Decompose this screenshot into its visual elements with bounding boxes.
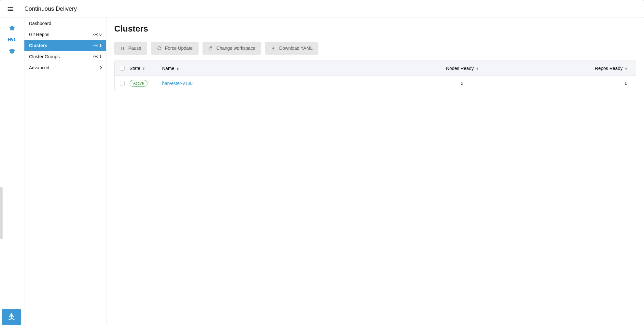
badge-icon [93,55,98,58]
sidebar-item-label: Git Repos [29,32,49,37]
rail-cluster-text: HV1 [8,37,16,42]
toolbar: Pause Force Update Change workspace Down… [114,42,636,55]
col-label: Name [162,66,174,71]
main-content: Clusters Pause Force Update Change works… [106,18,644,325]
button-label: Download YAML [279,46,313,51]
sidebar-badge: 0 [93,32,102,37]
rail-bottom-button[interactable] [2,309,21,325]
row-state: Active [130,80,162,87]
shell: HV1 Dashboard Git Repos 0 Clusters 1 [0,18,644,325]
sidebar-item-advanced[interactable]: Advanced [24,62,106,73]
page-title: Clusters [114,24,636,34]
button-label: Change workspace [217,46,256,51]
scrollbar-hint [0,187,3,239]
menu-toggle-button[interactable] [6,5,15,13]
chevron-right-icon [98,66,102,69]
row-nodes-ready: 3 [387,81,537,86]
sidebar-badge: 1 [93,43,102,48]
badge-count: 1 [99,43,102,48]
cluster-name-link[interactable]: harvester-v130 [162,81,192,86]
row-checkbox[interactable] [120,81,125,86]
col-check-header [120,66,130,71]
refresh-icon [157,46,162,51]
sort-icon: ▲▼ [625,67,627,70]
sidebar-item-label: Cluster Groups [29,54,60,59]
hamburger-icon [7,6,14,13]
force-update-button[interactable]: Force Update [151,42,199,55]
col-label: State [130,66,140,71]
download-icon [271,46,276,51]
select-all-checkbox[interactable] [120,66,125,71]
rail-home[interactable] [8,24,16,32]
col-label: Repos Ready [595,66,623,71]
badge-count: 0 [99,32,102,37]
button-label: Pause [128,46,141,51]
table-header: State ▲▼ Name ▲▼ Nodes Ready ▲▼ Repos Re… [115,61,636,76]
change-workspace-button[interactable]: Change workspace [203,42,261,55]
sidebar-item-label: Advanced [29,65,49,70]
sidebar-item-cluster-groups[interactable]: Cluster Groups 1 [24,51,106,62]
clusters-table: State ▲▼ Name ▲▼ Nodes Ready ▲▼ Repos Re… [114,61,636,91]
pause-icon [120,46,125,51]
col-repos-header[interactable]: Repos Ready ▲▼ [537,66,631,71]
sort-icon: ▲▼ [176,67,179,70]
sort-icon: ▲▼ [476,67,479,70]
sidebar-item-clusters[interactable]: Clusters 1 [24,40,106,51]
sidebar-item-label: Clusters [29,43,47,48]
button-label: Force Update [165,46,193,51]
boat-icon [7,313,16,321]
sidebar-item-dashboard[interactable]: Dashboard [24,18,106,29]
sidebar-item-git-repos[interactable]: Git Repos 0 [24,29,106,40]
row-check [120,81,130,86]
sidebar: Dashboard Git Repos 0 Clusters 1 Cluster… [24,18,106,325]
col-label: Nodes Ready [446,66,474,71]
status-badge: Active [130,80,147,87]
home-icon [8,24,16,32]
cow-icon [8,48,16,55]
top-header: Continuous Delivery [0,0,644,18]
badge-icon [93,44,98,47]
col-name-header[interactable]: Name ▲▼ [162,66,387,71]
col-state-header[interactable]: State ▲▼ [130,66,162,71]
app-title: Continuous Delivery [24,6,77,12]
sort-icon: ▲▼ [143,67,145,70]
sidebar-item-label: Dashboard [29,21,51,26]
rail-cluster-label[interactable]: HV1 [8,37,16,42]
pause-button[interactable]: Pause [114,42,147,55]
rail-harvester[interactable] [8,48,16,55]
badge-icon [93,33,98,36]
clipboard-icon [208,46,213,51]
row-name: harvester-v130 [162,81,387,86]
left-rail: HV1 [0,18,24,325]
sidebar-badge: 1 [93,54,102,59]
row-repos-ready: 0 [537,81,631,86]
download-yaml-button[interactable]: Download YAML [265,42,318,55]
col-nodes-header[interactable]: Nodes Ready ▲▼ [387,66,537,71]
table-row: Active harvester-v130 3 0 [115,76,636,91]
badge-count: 1 [99,54,102,59]
